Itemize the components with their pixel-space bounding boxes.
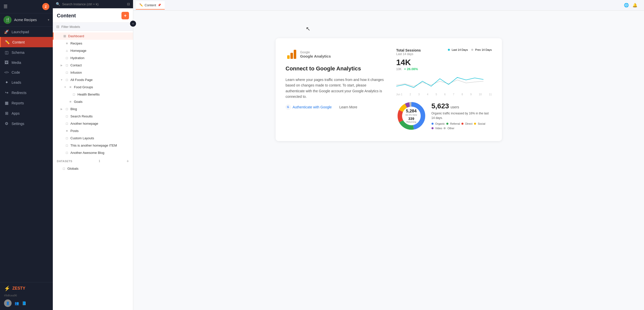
ga-bars-icon xyxy=(286,48,298,60)
authenticate-google-button[interactable]: G Authenticate with Google xyxy=(286,105,332,110)
zesty-footer-brand: ⚡ ZESTY xyxy=(4,285,49,291)
chart-label: 3 xyxy=(418,93,420,96)
analytics-left-panel: Google Google Analytics Connect to Googl… xyxy=(286,48,386,131)
add-user-icon[interactable]: 👥 xyxy=(15,301,19,305)
sidebar-item-content[interactable]: ✏️ Content xyxy=(0,37,53,47)
tree-item-hydration[interactable]: □ Hydration xyxy=(53,54,133,62)
sessions-section: Total Sessions Last 14 days Last 14 Days… xyxy=(396,48,492,96)
legend-video: Video xyxy=(432,127,442,130)
legend-social: Social xyxy=(474,122,485,125)
apps-icon: ⊞ xyxy=(4,111,9,116)
datasets-info-icon[interactable]: ℹ xyxy=(99,159,100,163)
tree-item-label: Contact xyxy=(70,63,82,67)
sessions-count: 14K xyxy=(396,58,411,67)
users-legend: Organic Referral Direct Social Video Oth… xyxy=(432,122,492,130)
tree-item-contact[interactable]: ▶ □ Contact xyxy=(53,62,133,69)
sessions-subtitle: Last 14 days xyxy=(396,52,421,56)
add-content-button[interactable]: + xyxy=(121,12,129,19)
sidebar-item-label: Schema xyxy=(12,51,24,55)
globe-icon[interactable]: 🌐 xyxy=(624,3,629,8)
tree-item-all-foods[interactable]: ▼ □ All Foods Page xyxy=(53,76,133,83)
auth-btn-label: Authenticate with Google xyxy=(293,105,332,109)
user-avatar[interactable]: 👤 xyxy=(4,299,12,307)
tree-item-label: Recipes xyxy=(70,41,82,45)
chart-label: 6 xyxy=(444,93,446,96)
sidebar-item-apps[interactable]: ⊞ Apps xyxy=(0,108,53,118)
tree-item-another-item[interactable]: □ This is another homepage ITEM xyxy=(53,142,133,149)
zesty-label: ZESTY xyxy=(12,286,25,291)
tree-item-label: Dashboard xyxy=(68,34,84,38)
sidebar-item-label: Code xyxy=(12,70,20,74)
tree-item-another-homepage[interactable]: □ Another homepage xyxy=(53,120,133,127)
tree-item-label: Hydration xyxy=(70,56,84,60)
tree-item-recipes[interactable]: ≡ Recipes xyxy=(53,40,133,47)
instance-hash: #9dfcea96 xyxy=(4,294,17,297)
datasets-add-button[interactable]: + xyxy=(126,159,129,163)
sidebar-item-launchpad[interactable]: 🚀 Launchpad xyxy=(0,27,53,37)
sidebar-item-label: Settings xyxy=(12,122,24,126)
sidebar-item-schema[interactable]: ◫ Schema xyxy=(0,47,53,58)
users-label: users xyxy=(451,105,459,109)
sidebar-item-leads[interactable]: ✦ Leads xyxy=(0,77,53,87)
filter-models-icon: ⊟ xyxy=(56,25,59,29)
analytics-right-panel: Total Sessions Last 14 days Last 14 Days… xyxy=(396,48,492,131)
sidebar-item-label: Content xyxy=(12,40,25,44)
docs-icon[interactable]: 📘 xyxy=(22,301,26,305)
sidebar-item-settings[interactable]: ⚙ Settings xyxy=(0,118,53,129)
users-count: 5,623 xyxy=(432,102,449,110)
legend-other: Other xyxy=(444,127,454,130)
hamburger-icon[interactable]: ☰ xyxy=(4,4,8,9)
sessions-chart-svg xyxy=(396,72,492,93)
tab-icon: ✏️ xyxy=(139,3,143,7)
sidebar-item-label: Launchpad xyxy=(12,30,29,34)
sidebar-item-reports[interactable]: ▦ Reports xyxy=(0,98,53,108)
tree-item-food-groups[interactable]: ▼ ≡ Food Groups xyxy=(53,83,133,91)
tree-item-health-benefits[interactable]: □ Health Benefits xyxy=(53,91,133,98)
users-section: 5,284 66.5% New 339 Returning 5,623 user… xyxy=(396,101,492,131)
tree-item-label: Another homepage xyxy=(70,122,98,125)
tree-item-label: Health Benefits xyxy=(77,93,100,96)
tab-content[interactable]: ✏️ Content 📌 xyxy=(136,1,165,10)
sidebar-item-redirects[interactable]: ↪ Redirects xyxy=(0,87,53,98)
tree-item-infusion[interactable]: □ Infusion xyxy=(53,69,133,76)
tree-item-custom-layouts[interactable]: □ Custom Layouts xyxy=(53,135,133,142)
cursor-area: ↖ xyxy=(276,21,502,36)
chart-labels: Jun 1 2 3 4 5 6 7 8 9 10 11 xyxy=(396,93,492,96)
sidebar-item-media[interactable]: 🖼 Media xyxy=(0,58,53,68)
donut-returning-count: 339 xyxy=(405,117,417,121)
tree-item-homepage[interactable]: ⌂ Homepage xyxy=(53,47,133,54)
tree-item-goals[interactable]: ≡ Goals xyxy=(53,98,133,105)
reports-icon: ▦ xyxy=(4,101,9,105)
tree-item-dashboard[interactable]: ⊞ Dashboard xyxy=(53,32,133,40)
collapse-panel-button[interactable]: « xyxy=(130,20,137,27)
expand-icon: ▶ xyxy=(60,64,63,67)
page-icon: □ xyxy=(65,107,69,111)
tree-item-globals[interactable]: □ Globals xyxy=(53,165,133,172)
page-icon: □ xyxy=(65,56,69,60)
sidebar-item-code[interactable]: </> Code xyxy=(0,68,53,77)
tab-pin-icon[interactable]: 📌 xyxy=(158,4,161,7)
users-info: 5,623 users Organic traffic increased by… xyxy=(432,102,492,130)
tree-item-posts[interactable]: ≡ Posts xyxy=(53,127,133,135)
main-area: ✏️ Content 📌 🌐 🔔 ↖ xyxy=(133,0,644,310)
legend-referral: Referral xyxy=(446,122,460,125)
sessions-title: Total Sessions xyxy=(396,48,421,52)
expand-icon: ▶ xyxy=(60,108,63,110)
content-icon: ✏️ xyxy=(5,40,10,45)
content-panel-title: Content xyxy=(57,13,76,19)
sessions-header: Total Sessions Last 14 days Last 14 Days… xyxy=(396,48,492,56)
tree-item-label: This is another homepage ITEM xyxy=(70,144,117,147)
bell-icon[interactable]: 🔔 xyxy=(632,3,637,8)
filter-models-input[interactable] xyxy=(61,25,130,29)
launchpad-icon: 🚀 xyxy=(4,29,9,34)
page-icon: □ xyxy=(65,144,69,147)
chart-label: 4 xyxy=(427,93,428,96)
brand-row[interactable]: 🍴 Acme Recipes ▾ xyxy=(0,13,53,27)
search-input[interactable] xyxy=(62,2,125,6)
tree-item-search-results[interactable]: □ Search Results xyxy=(53,113,133,120)
filter-icon[interactable]: ⊟ xyxy=(127,2,130,6)
tree-item-another-blog[interactable]: □ Another Awesome Blog xyxy=(53,149,133,156)
learn-more-link[interactable]: Learn More xyxy=(339,105,357,109)
tree-item-blog[interactable]: ▶ □ Blog xyxy=(53,105,133,113)
page-icon: □ xyxy=(62,167,66,170)
